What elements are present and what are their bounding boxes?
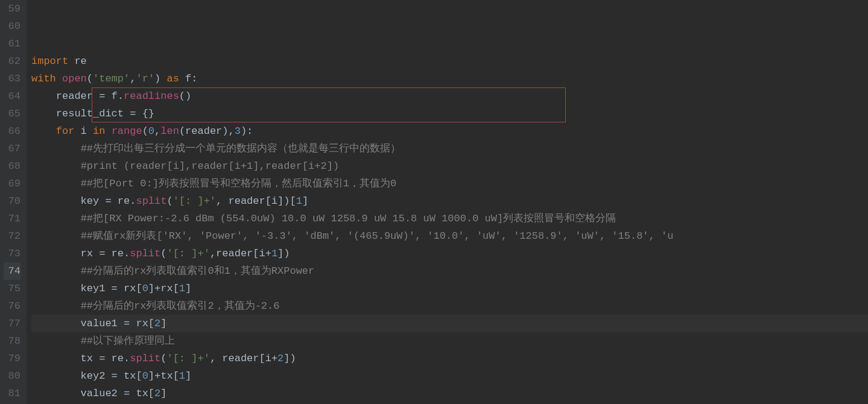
code-line[interactable]: ##把[RX Power:-2.6 dBm (554.0uW) 10.0 uW … <box>31 210 868 227</box>
token-comment: ##分隔后的rx列表取值索引2，其值为-2.6 <box>81 300 280 312</box>
token-var: ] <box>160 318 166 329</box>
code-line[interactable]: key1 = rx[0]+rx[1] <box>31 280 868 297</box>
token-var: , <box>130 73 136 84</box>
code-line[interactable]: for i in range(0,len(reader),3): <box>31 122 868 140</box>
code-line[interactable]: ##分隔后的rx列表取值索引0和1，其值为RXPower <box>31 262 868 280</box>
token-var <box>31 265 81 277</box>
token-comment: #print (reader[i],reader[i+1],reader[i+2… <box>81 160 339 172</box>
code-area[interactable]: import rewith open('temp','r') as f: rea… <box>27 0 868 404</box>
code-line[interactable]: with open('temp','r') as f: <box>31 70 868 87</box>
token-var <box>31 125 56 137</box>
token-var <box>31 160 81 172</box>
token-var <box>31 178 81 189</box>
code-line[interactable]: import re <box>31 52 868 70</box>
token-var: result_dict = {} <box>31 108 154 119</box>
token-paren: ( <box>87 73 93 84</box>
code-line[interactable]: value1 = rx[2] <box>31 315 868 332</box>
code-line[interactable]: reader = f.readlines() <box>31 87 868 105</box>
token-comment: ##分隔后的rx列表取值索引0和1，其值为RXPower <box>81 265 315 277</box>
token-num: 2 <box>154 388 160 399</box>
token-method: split <box>130 353 160 364</box>
line-number: 71 <box>4 210 21 227</box>
token-paren: ( <box>166 195 173 207</box>
code-line[interactable]: rx = re.split('[: ]+',reader[i+1]) <box>31 245 868 262</box>
token-var: ,reader[i+ <box>210 248 271 259</box>
token-comment: ##把[Port 0:]列表按照冒号和空格分隔，然后取值索引1，其值为0 <box>81 178 397 189</box>
token-paren: ) <box>222 125 228 137</box>
line-number: 70 <box>4 192 21 210</box>
token-var <box>31 300 81 312</box>
code-line[interactable]: #print (reader[i],reader[i+1],reader[i+2… <box>31 157 868 175</box>
code-line[interactable]: value2 = tx[2] <box>31 385 868 402</box>
token-paren: ( <box>142 125 148 137</box>
token-var: ] <box>185 370 191 382</box>
line-number: 69 <box>4 175 21 192</box>
token-str: 'temp' <box>93 73 130 84</box>
token-var: ] <box>302 195 308 207</box>
token-var: rx = re. <box>31 248 130 259</box>
line-number: 61 <box>4 35 21 52</box>
code-line[interactable]: key = re.split('[: ]+', reader[i])[1] <box>31 192 868 210</box>
token-var: i <box>74 125 93 137</box>
token-var: , reader[i+ <box>210 353 277 364</box>
line-number: 73 <box>4 245 21 262</box>
token-method: readlines <box>124 90 179 102</box>
token-num: 3 <box>235 125 241 137</box>
token-num: 0 <box>142 283 148 294</box>
code-line[interactable]: ##分隔后的rx列表取值索引2，其值为-2.6 <box>31 297 868 315</box>
code-line[interactable]: result_dict = {} <box>31 105 868 122</box>
token-paren: () <box>179 90 191 102</box>
code-line[interactable]: tx = re.split('[: ]+', reader[i+2]) <box>31 350 868 367</box>
token-kw: as <box>166 73 179 84</box>
token-comment: ##把[RX Power:-2.6 dBm (554.0uW) 10.0 uW … <box>81 213 616 224</box>
token-var: ] <box>185 283 191 294</box>
token-paren: ( <box>179 125 185 137</box>
line-number: 65 <box>4 105 21 122</box>
line-number: 60 <box>4 17 21 35</box>
line-number: 63 <box>4 70 21 87</box>
token-var <box>31 143 81 154</box>
line-number-gutter: 5960616263646566676869707172737475767778… <box>0 0 27 404</box>
token-paren: ) <box>241 125 247 137</box>
token-var <box>105 125 111 137</box>
token-var: ]+rx[ <box>148 283 179 294</box>
token-var: reader <box>185 125 222 137</box>
token-var: ] <box>160 388 166 399</box>
token-var <box>31 335 81 347</box>
token-method: split <box>136 195 166 207</box>
line-number: 74 <box>4 262 21 280</box>
token-var: ]) <box>284 353 296 364</box>
code-line[interactable]: ##先打印出每三行分成一个单元的数据内容（也就是每三行中的数据） <box>31 140 868 157</box>
token-var: tx = re. <box>31 353 130 364</box>
token-var: value1 = rx[ <box>31 318 154 329</box>
code-editor[interactable]: 5960616263646566676869707172737475767778… <box>0 0 868 404</box>
token-var: , <box>154 125 160 137</box>
token-num: 1 <box>271 248 277 259</box>
token-paren: ( <box>160 353 166 364</box>
token-kw: for <box>56 125 75 137</box>
token-str: '[: ]+' <box>166 248 209 259</box>
token-num: 1 <box>179 283 185 294</box>
code-line[interactable]: ##以下操作原理同上 <box>31 332 868 350</box>
token-num: 1 <box>179 370 185 382</box>
token-str: 'r' <box>136 73 154 84</box>
line-number: 77 <box>4 315 21 332</box>
token-var: value2 = tx[ <box>31 388 154 399</box>
line-number: 67 <box>4 140 21 157</box>
code-line[interactable]: key2 = tx[0]+tx[1] <box>31 367 868 385</box>
line-number: 78 <box>4 332 21 350</box>
token-kw: import <box>31 55 68 67</box>
token-var: key = re. <box>31 195 136 207</box>
code-line[interactable]: ##赋值rx新列表['RX', 'Power', '-3.3', 'dBm', … <box>31 227 868 245</box>
token-var <box>31 230 81 242</box>
token-paren: ( <box>160 248 166 259</box>
line-number: 62 <box>4 52 21 70</box>
token-var: ]) <box>277 248 290 259</box>
line-number: 59 <box>4 0 21 17</box>
token-kw: in <box>93 125 105 137</box>
token-str: '[: ]+' <box>173 195 216 207</box>
code-line[interactable]: ##把[Port 0:]列表按照冒号和空格分隔，然后取值索引1，其值为0 <box>31 175 868 192</box>
line-number: 76 <box>4 297 21 315</box>
token-var: , reader[i])[ <box>216 195 296 207</box>
token-method: open <box>62 73 87 84</box>
